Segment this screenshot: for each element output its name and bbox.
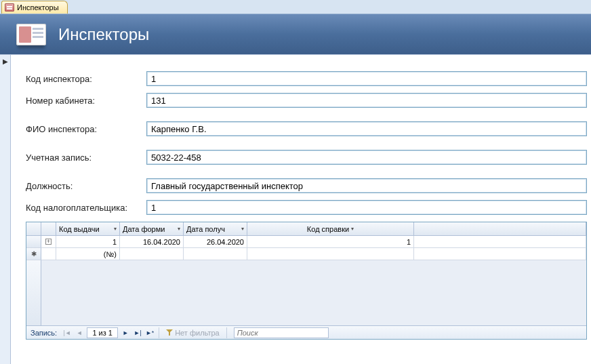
input-room-number[interactable] xyxy=(146,93,587,108)
col-label-ref-code: Код справки xyxy=(307,225,349,233)
dropdown-icon: ▾ xyxy=(241,226,244,232)
input-account[interactable] xyxy=(146,150,587,165)
label-account: Учетная запись: xyxy=(26,153,146,163)
cell-issue-code[interactable]: 1 xyxy=(56,236,120,248)
cell-new-issue-code[interactable]: (№) xyxy=(56,248,120,260)
tab-inspectors[interactable]: Инспекторы xyxy=(1,1,68,14)
form-title: Инспекторы xyxy=(58,25,149,44)
dropdown-icon: ▾ xyxy=(351,226,354,232)
filter-text: Нет фильтра xyxy=(175,329,220,337)
cell-new-ref-code[interactable] xyxy=(247,248,414,260)
input-position[interactable] xyxy=(146,178,587,193)
label-inspector-fio: ФИО инспектора: xyxy=(26,124,146,134)
grid-gutter xyxy=(26,260,41,325)
subform-datasheet: Код выдачи▾ Дата форми▾ Дата получ▾ Код … xyxy=(26,222,587,340)
grid-select-all[interactable] xyxy=(26,222,41,236)
funnel-icon xyxy=(166,329,173,336)
input-inspector-fio[interactable] xyxy=(146,121,587,136)
filter-status[interactable]: Нет фильтра xyxy=(162,329,224,337)
grid-expand-header xyxy=(41,222,56,236)
col-label-issue-code: Код выдачи xyxy=(59,225,100,233)
cell-blank xyxy=(414,236,586,248)
col-label-receive-date: Дата получ xyxy=(186,225,225,233)
input-taxpayer-code[interactable] xyxy=(146,200,587,215)
row-selector-new[interactable]: ✱ xyxy=(26,248,41,260)
grid-empty-area xyxy=(41,260,586,325)
expand-row-new xyxy=(41,248,56,260)
nav-prev-button[interactable]: ◄ xyxy=(73,327,85,339)
nav-label: Запись: xyxy=(26,329,61,337)
form-body: Код инспектора: Номер кабинета: ФИО инсп… xyxy=(11,55,591,364)
nav-last-button[interactable]: ►| xyxy=(131,327,144,339)
cell-new-form-date[interactable] xyxy=(120,248,184,260)
cell-receive-date[interactable]: 26.04.2020 xyxy=(184,236,247,248)
nav-first-button[interactable]: |◄ xyxy=(61,327,73,339)
cell-new-blank xyxy=(414,248,586,260)
form-header: Инспекторы xyxy=(0,14,591,54)
current-record-marker-icon: ▶ xyxy=(0,58,10,65)
search-input[interactable] xyxy=(234,327,329,338)
label-taxpayer-code: Код налогоплательщика: xyxy=(26,203,146,213)
plus-icon: + xyxy=(45,239,52,245)
tab-label: Инспекторы xyxy=(17,3,59,12)
col-header-ref-code[interactable]: Код справки▾ xyxy=(247,222,414,236)
col-header-receive-date[interactable]: Дата получ▾ xyxy=(184,222,247,236)
cell-ref-code[interactable]: 1 xyxy=(247,236,414,248)
col-header-issue-code[interactable]: Код выдачи▾ xyxy=(56,222,120,236)
expand-row[interactable]: + xyxy=(41,236,56,248)
col-header-form-date[interactable]: Дата форми▾ xyxy=(120,222,184,236)
cell-new-receive-date[interactable] xyxy=(184,248,247,260)
cell-form-date[interactable]: 16.04.2020 xyxy=(120,236,184,248)
form-header-icon xyxy=(16,24,46,45)
input-inspector-code[interactable] xyxy=(146,71,587,86)
col-header-blank xyxy=(414,222,586,236)
row-selector[interactable] xyxy=(26,236,41,248)
label-position: Должность: xyxy=(26,181,146,191)
tab-strip: Инспекторы xyxy=(0,0,591,14)
dropdown-icon: ▾ xyxy=(178,226,180,232)
label-inspector-code: Код инспектора: xyxy=(26,74,146,84)
nav-separator xyxy=(226,327,227,338)
record-navigation: Запись: |◄ ◄ 1 из 1 ► ►| ►* Нет фильтра xyxy=(26,325,586,339)
nav-next-button[interactable]: ► xyxy=(119,327,131,339)
col-label-form-date: Дата форми xyxy=(123,225,165,233)
label-room-number: Номер кабинета: xyxy=(26,96,146,106)
nav-new-button[interactable]: ►* xyxy=(144,327,156,339)
nav-separator xyxy=(159,327,159,338)
record-selector-bar[interactable]: ▶ xyxy=(0,55,11,364)
nav-position[interactable]: 1 из 1 xyxy=(87,327,118,338)
new-row-icon: ✱ xyxy=(31,250,37,258)
dropdown-icon: ▾ xyxy=(114,226,117,232)
form-icon xyxy=(5,3,14,12)
